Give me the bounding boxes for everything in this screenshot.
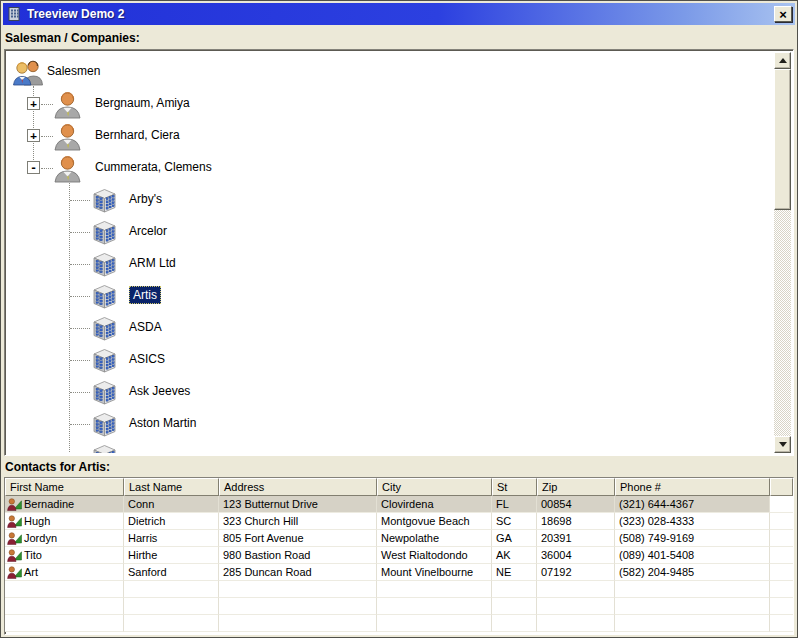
tree-item-salesman[interactable]: - Cummerata, Clemens (7, 152, 773, 184)
tree-item-salesmen-root[interactable]: Salesmen (7, 56, 773, 88)
cell-zip: 00854 (537, 496, 615, 513)
column-header-address[interactable]: Address (219, 478, 377, 496)
tree-item-company[interactable]: Arby's (7, 184, 773, 216)
tree-item-label[interactable]: Aston Martin (129, 416, 196, 430)
cell-first-name: Hugh (5, 513, 124, 530)
table-row[interactable]: Jordyn Harris 805 Fort Avenue Newpolathe… (5, 530, 793, 547)
table-row[interactable]: Art Sanford 285 Duncan Road Mount Vinelb… (5, 564, 793, 581)
office-building-icon (91, 411, 118, 438)
tree-item-label[interactable]: ARM Ltd (129, 256, 176, 270)
tree-item-company[interactable]: Arcelor (7, 216, 773, 248)
tree-item-company[interactable]: Aston Martin (7, 408, 773, 440)
tree-item-label[interactable]: ASICS (129, 352, 165, 366)
contact-person-icon (7, 566, 22, 579)
cell-filler (770, 547, 793, 564)
tree-item-company[interactable]: ARM Ltd (7, 248, 773, 280)
close-x-icon: × (779, 8, 787, 21)
cell-first-name: Jordyn (5, 530, 124, 547)
cell-st: GA (492, 530, 537, 547)
tree-item-label[interactable]: Arby's (129, 192, 162, 206)
tree-item-label[interactable]: ASDA (129, 320, 162, 334)
cell-st: SC (492, 513, 537, 530)
salesman-person-icon (53, 90, 82, 119)
cell-st: NE (492, 564, 537, 581)
tree-item-company[interactable]: ASDA (7, 312, 773, 344)
tree-item-label[interactable]: Bernhard, Ciera (95, 128, 180, 142)
tree-item-label[interactable]: Cummerata, Clemens (95, 160, 212, 174)
tree-item-label[interactable]: Salesmen (47, 64, 100, 78)
tree-item-company-partial[interactable] (7, 440, 773, 453)
cell-phone: (321) 644-4367 (615, 496, 770, 513)
collapse-toggle[interactable]: - (27, 161, 40, 174)
contact-person-icon (7, 549, 22, 562)
contact-person-icon (7, 498, 22, 511)
tree-item-company[interactable]: Ask Jeeves (7, 376, 773, 408)
cell-city: Mount Vinelbourne (377, 564, 492, 581)
titlebar[interactable]: Treeview Demo 2 × (3, 3, 795, 25)
column-header-city[interactable]: City (377, 478, 492, 496)
table-row-selected[interactable]: Bernadine Conn 123 Butternut Drive Clovi… (5, 496, 793, 513)
expand-toggle[interactable]: + (27, 97, 40, 110)
contacts-section-label: Contacts for Artis: (5, 460, 793, 474)
cell-last-name: Conn (124, 496, 219, 513)
office-building-icon (91, 443, 118, 453)
contact-person-icon (7, 532, 22, 545)
cell-filler (770, 564, 793, 581)
contact-person-icon (7, 515, 22, 528)
tree-item-label[interactable]: Bergnaum, Amiya (95, 96, 190, 110)
column-header-first-name[interactable]: First Name (5, 478, 124, 496)
cell-first-name: Art (5, 564, 124, 581)
scroll-down-button[interactable] (774, 436, 791, 453)
scroll-up-button[interactable] (774, 52, 791, 69)
tree-item-salesman[interactable]: + Bergnaum, Amiya (7, 88, 773, 120)
cell-phone: (508) 749-9169 (615, 530, 770, 547)
cell-city: Montgovue Beach (377, 513, 492, 530)
cell-filler (770, 530, 793, 547)
cell-city: Newpolathe (377, 530, 492, 547)
app-window: Treeview Demo 2 × Salesman / Companies: (0, 0, 798, 638)
column-header-phone[interactable]: Phone # (615, 478, 770, 496)
table-empty-row (5, 581, 793, 598)
cell-filler (770, 496, 793, 513)
column-header-st[interactable]: St (492, 478, 537, 496)
table-empty-row (5, 615, 793, 632)
column-header-zip[interactable]: Zip (537, 478, 615, 496)
table-row[interactable]: Hugh Dietrich 323 Church Hill Montgovue … (5, 513, 793, 530)
cell-phone: (582) 204-9485 (615, 564, 770, 581)
column-header-last-name[interactable]: Last Name (124, 478, 219, 496)
tree-vertical-scrollbar[interactable] (774, 52, 791, 453)
table-row[interactable]: Tito Hirthe 980 Bastion Road West Rialto… (5, 547, 793, 564)
cell-last-name: Harris (124, 530, 219, 547)
cell-last-name: Sanford (124, 564, 219, 581)
close-button[interactable]: × (774, 6, 792, 22)
office-building-icon (91, 347, 118, 374)
tree-item-company[interactable]: ASICS (7, 344, 773, 376)
tree-item-label[interactable]: Ask Jeeves (129, 384, 190, 398)
table-empty-row (5, 598, 793, 615)
treeview: Salesmen + Bergnaum, Amiya + Bernhard, C… (4, 49, 794, 456)
expand-toggle[interactable]: + (27, 129, 40, 142)
cell-first-name: Tito (5, 547, 124, 564)
window-title: Treeview Demo 2 (27, 7, 124, 21)
tree-item-label[interactable]: Arcelor (129, 224, 167, 238)
office-building-icon (91, 315, 118, 342)
cell-city: Clovirdena (377, 496, 492, 513)
scrollbar-thumb[interactable] (774, 69, 791, 210)
tree-item-company-selected[interactable]: Artis (7, 280, 773, 312)
cell-phone: (323) 028-4333 (615, 513, 770, 530)
tree-item-salesman[interactable]: + Bernhard, Ciera (7, 120, 773, 152)
office-building-icon (91, 283, 118, 310)
cell-address: 323 Church Hill (219, 513, 377, 530)
cell-last-name: Hirthe (124, 547, 219, 564)
office-building-icon (91, 379, 118, 406)
cell-first-name: Bernadine (5, 496, 124, 513)
cell-address: 805 Fort Avenue (219, 530, 377, 547)
cell-zip: 18698 (537, 513, 615, 530)
cell-phone: (089) 401-5408 (615, 547, 770, 564)
cell-zip: 20391 (537, 530, 615, 547)
salesman-person-icon (53, 122, 82, 151)
office-building-icon (91, 187, 118, 214)
app-building-grid-icon[interactable] (7, 6, 23, 22)
cell-address: 123 Butternut Drive (219, 496, 377, 513)
tree-item-label-selected[interactable]: Artis (129, 286, 161, 304)
